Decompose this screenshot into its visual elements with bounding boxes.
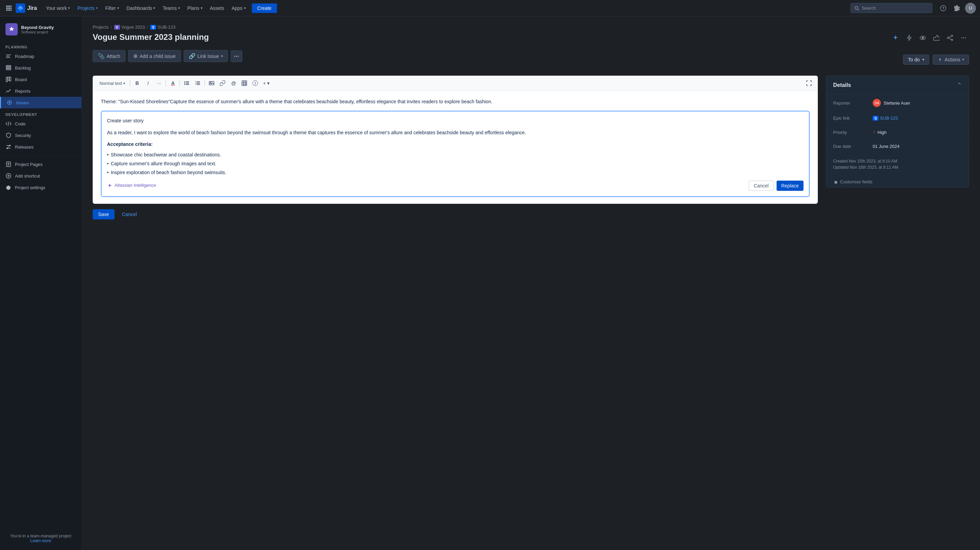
link-issue-button[interactable]: 🔗 Link Issue ▾ [184,50,228,62]
image-button[interactable] [207,78,216,88]
nav-teams[interactable]: Teams ▾ [159,3,183,13]
editor-container: Normal text ▾ B I ··· A [93,76,818,204]
backlog-icon [5,65,11,71]
project-info: Beyond Gravity Software project [21,25,54,34]
nav-projects[interactable]: Projects ▾ [74,3,101,13]
expand-icon [806,80,812,86]
theme-text: Theme: "Sun-Kissed Shorelines"Capture th… [101,98,810,105]
help-icon: ? [940,5,946,11]
ai-acceptance-list: Showcase chic beachwear and coastal dest… [107,151,803,176]
help-button[interactable]: ? [938,3,949,14]
priority-high-icon: ↑ [873,129,875,135]
attach-button[interactable]: 📎 Attach [93,50,126,62]
more-formatting-button[interactable]: ··· [154,78,164,88]
sidebar-item-backlog[interactable]: Backlog [0,62,81,74]
actions-button[interactable]: Actions ▾ [932,54,969,65]
more-dots-icon [234,56,239,57]
due-date-value: 01 June 2024 [873,144,900,149]
reporter-avatar: SA [873,99,881,107]
security-icon [5,132,11,138]
sidebar-item-reports[interactable]: Reports [0,85,81,97]
sidebar-item-project-pages[interactable]: Project Pages [0,159,81,170]
svg-rect-45 [186,81,189,82]
list-item: Inspire exploration of beach fashion bey… [107,168,803,176]
page-header: Vogue Summer 2023 planning [93,32,969,43]
page-title: Vogue Summer 2023 planning [93,32,209,42]
sidebar-item-project-settings[interactable]: Project settings [0,182,81,193]
priority-high: ↑ High [873,129,887,135]
breadcrumb-vogue-link[interactable]: Vogue 2023 [121,25,145,30]
sidebar-item-board[interactable]: Board [0,74,81,85]
numbered-list-button[interactable]: 1. 2. 3. [193,78,202,88]
details-collapse-button[interactable]: ⌃ [957,81,962,89]
ai-replace-button[interactable]: Replace [776,181,803,191]
more-actions-button[interactable] [231,51,242,62]
nav-assets[interactable]: Assets [207,3,228,13]
breadcrumb-projects[interactable]: Projects [93,25,109,30]
sidebar-item-releases[interactable]: Releases [0,141,81,153]
expand-button[interactable] [804,78,814,88]
sidebar-item-code[interactable]: Code [0,118,81,129]
info-icon [253,80,258,86]
search-bar[interactable]: Search [851,3,932,13]
editor-content[interactable]: Theme: "Sun-Kissed Shorelines"Capture th… [93,91,818,204]
text-style-selector[interactable]: Normal text ▾ [97,79,128,87]
nav-your-work[interactable]: Your work ▾ [42,3,73,13]
ai-cancel-button[interactable]: Cancel [749,181,774,191]
sidebar-item-roadmap[interactable]: Roadmap [0,51,81,62]
svg-rect-58 [242,81,247,86]
customise-fields-button[interactable]: Customise fields [826,176,969,187]
reporter-value: SA Stefanie Auer [873,99,910,107]
sidebar-project: Beyond Gravity Software project [0,21,81,41]
share-button[interactable] [945,32,956,43]
svg-point-32 [922,37,924,39]
nav-apps[interactable]: Apps ▾ [228,3,249,13]
save-button[interactable]: Save [93,209,115,219]
text-color-button[interactable]: A [168,78,178,88]
insert-more-button[interactable]: + ▾ [261,78,271,88]
reports-icon [5,88,11,94]
nav-filter[interactable]: Filter ▾ [102,3,123,13]
sidebar-item-issues[interactable]: Issues [0,97,81,108]
user-avatar[interactable]: U [965,3,976,14]
sidebar-item-security[interactable]: Security [0,129,81,141]
settings-button[interactable] [951,3,962,14]
nav-plans[interactable]: Plans ▾ [184,3,206,13]
add-child-icon: ⊕ [133,53,138,59]
table-button[interactable] [240,78,249,88]
breadcrumb-sub-link[interactable]: SUB-123 [158,25,175,30]
svg-point-35 [951,39,953,41]
list-item: Showcase chic beachwear and coastal dest… [107,151,803,159]
bullet-list-button[interactable] [182,78,191,88]
italic-button[interactable]: I [143,78,153,88]
main-nav: Your work ▾ Projects ▾ Filter ▾ Dashboar… [42,3,249,13]
learn-more-link[interactable]: Learn more [30,539,51,543]
lightning-button[interactable] [904,32,915,43]
svg-point-34 [947,37,949,38]
add-child-issue-button[interactable]: ⊕ Add a child issue [128,50,181,62]
svg-point-9 [855,6,858,9]
eye-icon [920,35,926,41]
hyperlink-icon [220,80,225,86]
create-button[interactable]: Create [252,3,277,13]
nav-dashboards[interactable]: Dashboards ▾ [123,3,159,13]
hyperlink-button[interactable] [218,78,227,88]
project-settings-icon [5,184,11,191]
info-button[interactable] [250,78,260,88]
chevron-down-icon: ▾ [96,6,98,10]
priority-value: ↑ High [873,129,887,135]
watch-button[interactable] [917,32,928,43]
mention-button[interactable]: @ [229,78,238,88]
jira-logo[interactable]: Jira [16,3,37,13]
due-date-row: Due date 01 June 2024 [826,140,969,153]
bold-button[interactable]: B [132,78,142,88]
settings-small-icon [833,180,838,184]
sparkle-button[interactable] [890,32,901,43]
cancel-button[interactable]: Cancel [117,209,142,219]
status-button[interactable]: To do ▾ [903,54,929,65]
grid-menu-button[interactable] [4,3,14,13]
more-button[interactable] [958,32,969,43]
sidebar-item-add-shortcut[interactable]: Add shortcut [0,170,81,182]
epic-link-button[interactable]: S SUB-123 [873,116,898,121]
like-button[interactable] [931,32,942,43]
